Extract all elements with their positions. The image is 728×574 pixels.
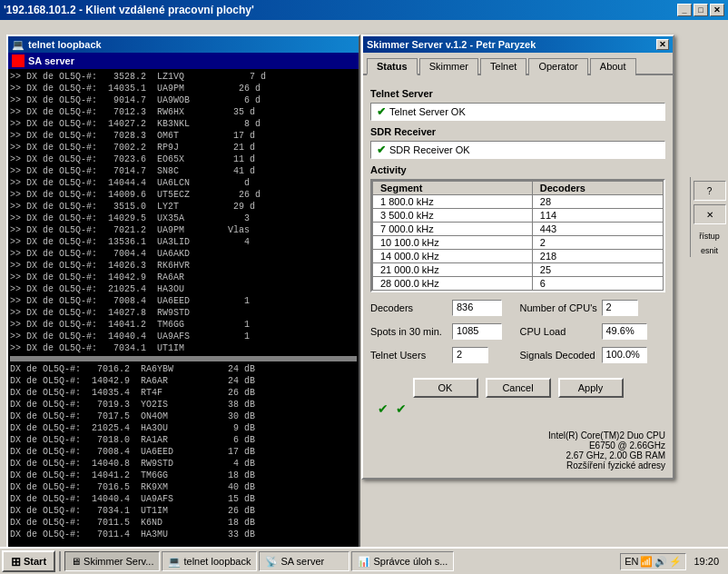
- start-button[interactable]: ⊞ Start: [2, 550, 55, 572]
- list-item: >> DX de OL5Q-#: 9014.7 UA9WOB 6 d: [10, 94, 357, 106]
- tab-skimmer[interactable]: Skimmer: [419, 58, 478, 75]
- decoders-cell: 2: [532, 236, 663, 250]
- decoders-cell: 28: [532, 195, 663, 209]
- taskbar-label-telnet: telnet loopback: [183, 556, 251, 567]
- segment-cell: 21 000.0 kHz: [373, 263, 533, 277]
- taskbar: ⊞ Start 🖥 Skimmer Serv... 💻 telnet loopb…: [0, 547, 728, 574]
- tray-icon3: ⚡: [669, 556, 682, 568]
- list-item: >> DX de OL5Q-#: 7014.7 SN8C 41 d: [10, 165, 357, 177]
- signals-value[interactable]: 100.0%: [602, 347, 647, 363]
- cancel-button[interactable]: Cancel: [486, 378, 551, 398]
- decoders-cell: 218: [532, 250, 663, 263]
- close-button[interactable]: ✕: [710, 4, 724, 16]
- telnet-server-status-box: ✔ Telnet Server OK: [370, 103, 665, 121]
- list-item: >> DX de OL5Q-#: 7004.4 UA6AKD: [10, 248, 357, 260]
- telnet-server-label: Telnet Server: [370, 88, 665, 99]
- cpu-count-label: Number of CPU's: [520, 302, 602, 313]
- taskbar-item-sa[interactable]: 📡 SA server: [259, 551, 349, 571]
- list-item: >> DX de OL5Q-#: 14009.6 UT5ECZ 26 d: [10, 189, 357, 201]
- tray-icon1: 📶: [640, 556, 653, 568]
- list-item: >> DX de OL5Q-#: 7023.6 EO65X 11 d: [10, 153, 357, 165]
- list-item: DX de OL5Q-#: 14040.4 UA9AFS 15 dB: [10, 493, 357, 505]
- tab-telnet[interactable]: Telnet: [480, 58, 526, 75]
- footer-check2-icon: ✔: [396, 401, 407, 416]
- list-item: DX de OL5Q-#: 7008.4 UA6EED 17 dB: [10, 446, 357, 458]
- taskbar-icon-telnet: 💻: [168, 556, 181, 568]
- list-item: >> DX de OL5Q-#: 14041.2 TM6GG 1: [10, 319, 357, 331]
- cpu-count-value[interactable]: 2: [602, 300, 638, 316]
- decoders-value[interactable]: 836: [452, 300, 502, 316]
- list-item: >> DX de OL5Q-#: 7028.3 OM6T 17 d: [10, 130, 357, 142]
- signals-stat: Signals Decoded 100.0%: [520, 347, 666, 363]
- cpu-load-value[interactable]: 49.6%: [602, 323, 647, 340]
- apply-button[interactable]: Apply: [558, 378, 624, 398]
- list-item: DX de OL5Q-#: 7016.5 RK9XM 40 dB: [10, 481, 357, 493]
- taskbar-separator: [59, 551, 61, 571]
- spots-value[interactable]: 1085: [452, 323, 502, 340]
- system-tray: EN 📶 🔊 ⚡ 19:20: [616, 553, 726, 570]
- dialog-title: Skimmer Server v.1.2 - Petr Paryzek: [367, 39, 536, 50]
- list-item: >> DX de OL5Q-#: 3528.2 LZ1VQ 7 d: [10, 71, 357, 83]
- telnet-server-status: Telnet Server OK: [389, 106, 466, 117]
- taskbar-item-telnet[interactable]: 💻 telnet loopback: [162, 551, 257, 571]
- telnet-title: telnet loopback: [28, 39, 102, 50]
- tab-operator[interactable]: Operator: [528, 58, 587, 75]
- side-label2: esnit: [691, 244, 728, 257]
- maximize-button[interactable]: □: [694, 4, 708, 16]
- skimmer-dialog: Skimmer Server v.1.2 - Petr Paryzek ✕ St…: [361, 35, 674, 480]
- telnet-content[interactable]: >> DX de OL5Q-#: 3528.2 LZ1VQ 7 d >> DX …: [8, 69, 359, 567]
- list-item: >> DX de OL5Q-#: 7034.1 UT1IM: [10, 342, 357, 354]
- segment-cell: 7 000.0 kHz: [373, 223, 533, 236]
- list-item: DX de OL5Q-#: 14040.8 RW9STD 4 dB: [10, 458, 357, 470]
- list-item: >> DX de OL5Q-#: 13536.1 UA3LID 4: [10, 236, 357, 248]
- telnet-ok-icon: ✔: [377, 105, 386, 118]
- tab-about[interactable]: About: [590, 58, 636, 75]
- cpu-count-stat: Number of CPU's 2: [520, 300, 666, 316]
- list-item: DX de OL5Q-#: 14041.2 TM6GG 18 dB: [10, 470, 357, 481]
- segment-cell: 28 000.0 kHz: [373, 277, 533, 291]
- taskbar-label-sa: SA server: [280, 556, 324, 567]
- telnet-users-value[interactable]: 2: [452, 347, 488, 363]
- main-titlebar: '192.168.101.2 - Klient vzdálené pracovn…: [0, 0, 728, 20]
- decoders-cell: 25: [532, 263, 663, 277]
- list-item: >> DX de OL5Q-#: 14042.9 RA6AR: [10, 272, 357, 283]
- tab-bar: Status Skimmer Telnet Operator About: [363, 53, 673, 75]
- taskbar-icon-manager: 📊: [358, 556, 370, 568]
- sdr-receiver-status-box: ✔ SDR Receiver OK: [370, 141, 665, 159]
- sa-icon: [12, 54, 25, 67]
- table-row: 1 800.0 kHz28: [373, 195, 664, 209]
- side-panel: ? ✕ řístup esnit: [690, 177, 728, 257]
- dialog-close-button[interactable]: ✕: [656, 39, 669, 50]
- minimize-button[interactable]: _: [677, 4, 692, 16]
- list-item: DX de OL5Q-#: 7018.0 RA1AR 6 dB: [10, 434, 357, 446]
- taskbar-icon-sa: 📡: [265, 556, 278, 568]
- list-item: DX de OL5Q-#: 7011.4 HA3MU 33 dB: [10, 529, 357, 540]
- tab-status[interactable]: Status: [367, 58, 418, 75]
- cpu-load-stat: CPU Load 49.6%: [520, 323, 666, 340]
- side-help-button[interactable]: ?: [694, 181, 726, 201]
- decoders-stat: Decoders 836: [370, 300, 516, 316]
- col-decoders: Decoders: [532, 182, 663, 195]
- dialog-titlebar: Skimmer Server v.1.2 - Petr Paryzek ✕: [363, 36, 673, 53]
- telnet-users-stat: Telnet Users 2: [370, 347, 516, 363]
- telnet-window: 💻 telnet loopback SA server >> DX de OL5…: [6, 35, 360, 570]
- sdr-ok-icon: ✔: [377, 144, 386, 156]
- dialog-footer: ✔ ✔: [370, 398, 665, 420]
- dialog-footer-info: Intel(R) Core(TM)2 Duo CPU E6750 @ 2.66G…: [548, 430, 665, 470]
- col-segment: Segment: [373, 182, 533, 195]
- table-row: 3 500.0 kHz114: [373, 209, 664, 223]
- list-item: DX de OL5Q-#: 7016.2 RA6YBW 24 dB: [10, 363, 357, 375]
- list-item: >> DX de OL5Q-#: 14026.3 RK6HVR: [10, 260, 357, 272]
- list-item: >> DX de OL5Q-#: 14044.4 UA6LCN d: [10, 177, 357, 189]
- list-item: DX de OL5Q-#: 21025.4 HA3OU 9 dB: [10, 422, 357, 434]
- ok-button[interactable]: OK: [413, 378, 478, 398]
- side-x-button[interactable]: ✕: [694, 204, 726, 224]
- taskbar-item-skimmer[interactable]: 🖥 Skimmer Serv...: [64, 551, 160, 571]
- dialog-buttons: OK Cancel Apply: [370, 378, 665, 398]
- spots-label: Spots in 30 min.: [370, 326, 452, 337]
- windows-icon: ⊞: [11, 555, 21, 569]
- taskbar-item-manager[interactable]: 📊 Správce úloh s...: [351, 551, 454, 571]
- list-item: >> DX de OL5Q-#: 7008.4 UA6EED 1: [10, 295, 357, 307]
- taskbar-label-manager: Správce úloh s...: [373, 556, 448, 567]
- activity-table: Segment Decoders 1 800.0 kHz283 500.0 kH…: [372, 181, 664, 291]
